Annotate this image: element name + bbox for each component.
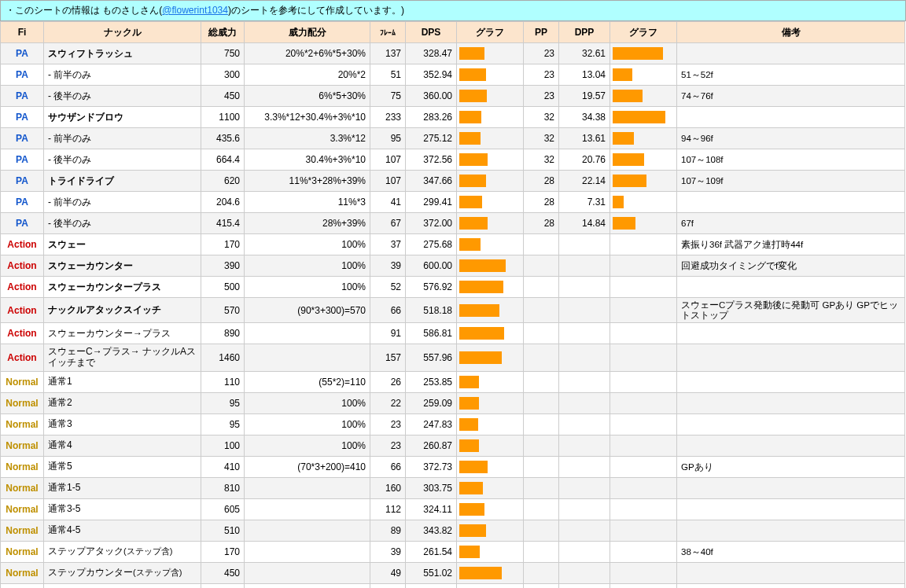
row-dps: 303.75 [406,477,457,498]
row-pp [524,541,559,562]
row-dpp-bar [610,298,677,323]
row-sou: 605 [201,498,245,520]
row-dps: 551.02 [406,562,457,583]
row-dpp-bar [610,435,677,456]
row-type: Action [1,234,44,255]
col-frame: ﾌﾚｰﾑ [370,22,406,43]
row-dps-bar [457,344,524,372]
row-type: Normal [1,583,44,588]
row-dpp [559,435,610,456]
row-note [677,344,905,372]
row-dps: 586.81 [406,323,457,344]
row-dpp [559,323,610,344]
row-iryo: 3.3%*12 [245,128,370,149]
row-name: スウェーカウンター [44,255,201,277]
row-type: Normal [1,562,44,583]
row-type: PA [1,149,44,171]
row-dps: 324.11 [406,498,457,520]
row-frame: 91 [370,323,406,344]
row-dps: 352.94 [406,64,457,86]
row-name: トライドライブ [44,171,201,192]
row-dpp-bar [610,86,677,107]
row-dpp [559,371,610,392]
row-dps: 557.96 [406,344,457,372]
row-iryo: (70*3+200)=410 [245,456,370,477]
row-dps-bar [457,562,524,583]
row-frame: 39 [370,541,406,562]
row-dps: 372.00 [406,213,457,234]
row-sou: 100 [201,435,245,456]
row-iryo [245,498,370,520]
table-row: Normal通常395100%23247.83 [1,413,905,435]
row-frame: 40 [370,583,406,588]
row-pp [524,277,559,298]
table-row: Normal通常4-551089343.82 [1,520,905,541]
row-dpp: 20.76 [559,149,610,171]
row-type: PA [1,171,44,192]
row-frame: 67 [370,213,406,234]
row-frame: 160 [370,477,406,498]
row-frame: 95 [370,128,406,149]
table-row: Actionスウェーカウンタープラス500100%52576.92 [1,277,905,298]
row-dpp-bar [610,213,677,234]
row-dps: 253.85 [406,371,457,392]
row-pp [524,562,559,583]
row-iryo: 30.4%+3%*10 [245,149,370,171]
row-iryo: 100% [245,234,370,255]
col-dpp: DPP [559,22,610,43]
row-iryo: 100% [245,277,370,298]
row-note: 素振り36f 武器アク連打時44f [677,234,905,255]
row-type: PA [1,213,44,234]
row-note [677,323,905,344]
col-fi: Fi [1,22,44,43]
row-name: - 後半のみ [44,149,201,171]
row-type: Action [1,277,44,298]
row-iryo: 28%+39% [245,213,370,234]
table-row: ActionスウェーC→プラス→ ナックルAスイッチまで1460157557.9… [1,344,905,372]
row-dps-bar [457,64,524,86]
row-dps-bar [457,86,524,107]
row-frame: 26 [370,371,406,392]
row-dps-bar [457,413,524,435]
row-dpp-bar [610,344,677,372]
table-row: Normal通常5410(70*3+200)=41066372.73GPあり [1,456,905,477]
row-dps: 360.00 [406,86,457,107]
row-type: PA [1,107,44,128]
row-dpp-bar [610,562,677,583]
row-name: 通常4-5 [44,520,201,541]
row-dpp: 34.38 [559,107,610,128]
row-dpp-bar [610,171,677,192]
table-row: PA - 前半のみ435.63.3%*1295275.123213.6194～9… [1,128,905,149]
col-name: ナックル [44,22,201,43]
row-pp [524,371,559,392]
row-dpp-bar [610,371,677,392]
row-name: - 前半のみ [44,192,201,213]
row-name: ステップカウンター(ステップ含) [44,562,201,583]
col-iryo: 威力配分 [245,22,370,43]
table-row: Normalダッシュアタック28040420.00 [1,583,905,588]
row-frame: 157 [370,344,406,372]
row-dps-bar [457,43,524,64]
row-type: PA [1,64,44,86]
row-sou: 410 [201,456,245,477]
row-dpp [559,498,610,520]
row-type: Normal [1,435,44,456]
row-sou: 664.4 [201,149,245,171]
row-iryo: 20%*2 [245,64,370,86]
row-iryo: (90*3+300)=570 [245,298,370,323]
row-dpp-bar [610,520,677,541]
row-pp [524,344,559,372]
row-iryo: 100% [245,255,370,277]
row-dps-bar [457,371,524,392]
row-dps: 420.00 [406,583,457,588]
row-note: 67f [677,213,905,234]
row-frame: 51 [370,64,406,86]
row-dpp-bar [610,43,677,64]
row-sou: 510 [201,520,245,541]
note-suffix: )のシートを参考にして作成しています。) [228,5,404,16]
row-dpp-bar [610,392,677,413]
col-g1: グラフ [457,22,524,43]
row-frame: 23 [370,435,406,456]
row-iryo: 20%*2+6%*5+30% [245,43,370,64]
note-handle-link[interactable]: @flowerint1034 [162,5,228,16]
